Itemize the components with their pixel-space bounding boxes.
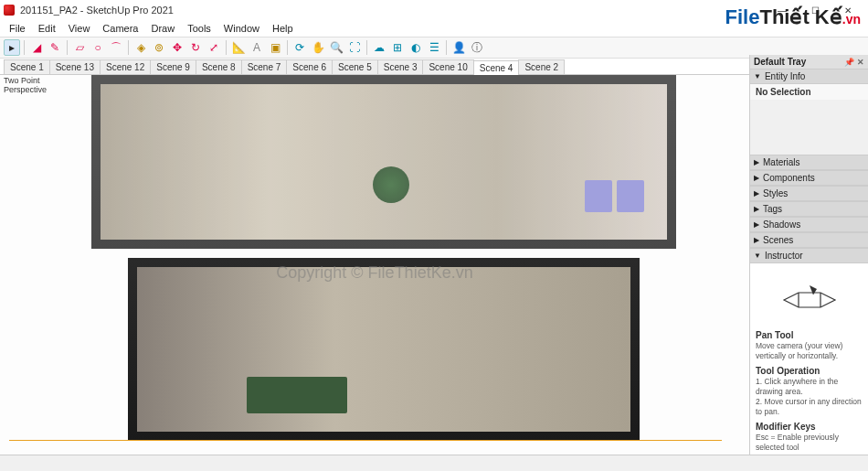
scene-tab[interactable]: Scene 8 xyxy=(196,59,242,74)
pencil-tool[interactable]: ✎ xyxy=(47,39,63,56)
circle-tool[interactable]: ○ xyxy=(90,39,106,56)
camera-mode-label: Two PointPerspective xyxy=(4,77,47,95)
scene-tab[interactable]: Scene 6 xyxy=(286,59,333,74)
menubar: File Edit View Camera Draw Tools Window … xyxy=(0,20,868,37)
separator xyxy=(226,40,227,55)
scene-tab[interactable]: Scene 5 xyxy=(332,59,378,74)
select-tool[interactable]: ▸ xyxy=(4,39,20,56)
horizon-line xyxy=(9,440,722,441)
orbit-tool[interactable]: ⟳ xyxy=(291,39,308,56)
window-title: 201151_PA2 - SketchUp Pro 2021 xyxy=(20,5,766,16)
rectangle-tool[interactable]: ▱ xyxy=(71,39,88,56)
model-render xyxy=(55,75,676,450)
window-controls: — ☐ ✕ xyxy=(766,0,864,20)
scene-tab[interactable]: Scene 9 xyxy=(150,59,196,74)
pin-icon[interactable]: 📌 ✕ xyxy=(844,58,864,67)
instructor-mod-head: Modifier Keys xyxy=(756,421,863,433)
plant-decor xyxy=(373,166,409,203)
maximize-button[interactable]: ☐ xyxy=(799,0,831,20)
offset-tool[interactable]: ⊚ xyxy=(151,39,167,56)
scene-tab[interactable]: Scene 2 xyxy=(518,59,565,74)
lower-interior xyxy=(137,267,630,432)
scene-tab[interactable]: Scene 3 xyxy=(377,59,424,74)
statusbar xyxy=(0,455,868,471)
office-chair xyxy=(585,180,612,212)
panel-components[interactable]: ▶Components xyxy=(750,170,868,186)
separator xyxy=(128,40,129,55)
scene-tab[interactable]: Scene 10 xyxy=(422,59,473,74)
tray-header[interactable]: Default Tray 📌 ✕ xyxy=(750,55,868,69)
text-tool[interactable]: A xyxy=(249,39,265,56)
separator xyxy=(24,40,25,55)
zoom-tool[interactable]: 🔍 xyxy=(328,39,344,56)
scene-tab[interactable]: Scene 1 xyxy=(4,59,50,74)
pan-tool[interactable]: ✋ xyxy=(310,39,326,56)
panel-instructor[interactable]: ▼Instructor xyxy=(750,248,868,263)
toolbar: ▸ ◢ ✎ ▱ ○ ⌒ ◈ ⊚ ✥ ↻ ⤢ 📐 A ▣ ⟳ ✋ 🔍 ⛶ ☁ ⊞ … xyxy=(0,37,868,59)
menu-view[interactable]: View xyxy=(63,21,96,36)
menu-file[interactable]: File xyxy=(4,21,31,36)
move-tool[interactable]: ✥ xyxy=(169,39,185,56)
eraser-tool[interactable]: ◢ xyxy=(28,39,45,56)
separator xyxy=(446,40,447,55)
instructor-body: Pan Tool Move camera (your view) vertica… xyxy=(750,263,868,455)
warehouse-tool[interactable]: ☁ xyxy=(371,39,387,56)
zoom-extents-tool[interactable]: ⛶ xyxy=(346,39,363,56)
menu-tools[interactable]: Tools xyxy=(182,21,217,36)
scale-tool[interactable]: ⤢ xyxy=(206,39,222,56)
upper-interior xyxy=(101,84,667,240)
section-tool[interactable]: ◐ xyxy=(408,39,424,56)
panel-tags[interactable]: ▶Tags xyxy=(750,201,868,217)
arc-tool[interactable]: ⌒ xyxy=(108,39,124,56)
entity-info-body: No Selection xyxy=(750,84,868,100)
menu-edit[interactable]: Edit xyxy=(33,21,61,36)
menu-camera[interactable]: Camera xyxy=(97,21,143,36)
menu-window[interactable]: Window xyxy=(218,21,265,36)
scene-tab[interactable]: Scene 13 xyxy=(49,59,101,74)
default-tray: Default Tray 📌 ✕ ▼ Entity Info No Select… xyxy=(749,55,868,455)
panel-styles[interactable]: ▶Styles xyxy=(750,186,868,201)
extension-tool[interactable]: ⊞ xyxy=(389,39,406,56)
instructor-op-head: Tool Operation xyxy=(756,365,863,377)
separator xyxy=(67,40,68,55)
scene-tab[interactable]: Scene 12 xyxy=(100,59,151,74)
pushpull-tool[interactable]: ◈ xyxy=(132,39,149,56)
panel-list: ▶Materials ▶Components ▶Styles ▶Tags ▶Sh… xyxy=(750,155,868,263)
rotate-tool[interactable]: ↻ xyxy=(187,39,204,56)
office-chair xyxy=(617,180,644,212)
panel-scenes[interactable]: ▶Scenes xyxy=(750,232,868,248)
scene-tab[interactable]: Scene 7 xyxy=(241,59,288,74)
scene-tabs: Scene 1 Scene 13 Scene 12 Scene 9 Scene … xyxy=(0,59,868,75)
panel-materials[interactable]: ▶Materials xyxy=(750,155,868,170)
paint-tool[interactable]: ▣ xyxy=(267,39,283,56)
menu-draw[interactable]: Draw xyxy=(145,21,180,36)
info-tool[interactable]: ⓘ xyxy=(469,39,485,56)
titlebar: 201151_PA2 - SketchUp Pro 2021 — ☐ ✕ xyxy=(0,0,868,20)
layers-tool[interactable]: ☰ xyxy=(426,39,442,56)
separator xyxy=(287,40,288,55)
upper-floor xyxy=(91,75,676,249)
scene-tab-active[interactable]: Scene 4 xyxy=(473,60,520,75)
instructor-title: Pan Tool xyxy=(756,329,863,341)
panel-entity-info[interactable]: ▼ Entity Info xyxy=(750,69,868,84)
viewport[interactable]: Two PointPerspective Copyright © FileThi… xyxy=(0,75,749,455)
lower-floor xyxy=(128,258,640,441)
menu-help[interactable]: Help xyxy=(267,21,299,36)
tape-tool[interactable]: 📐 xyxy=(230,39,247,56)
separator xyxy=(366,40,367,55)
app-icon xyxy=(4,5,15,16)
sofa xyxy=(247,377,347,413)
pan-tool-illustration xyxy=(756,269,863,324)
collapse-icon: ▼ xyxy=(754,72,761,80)
minimize-button[interactable]: — xyxy=(766,0,799,20)
person-tool[interactable]: 👤 xyxy=(450,39,467,56)
close-button[interactable]: ✕ xyxy=(831,0,864,20)
panel-shadows[interactable]: ▶Shadows xyxy=(750,217,868,232)
